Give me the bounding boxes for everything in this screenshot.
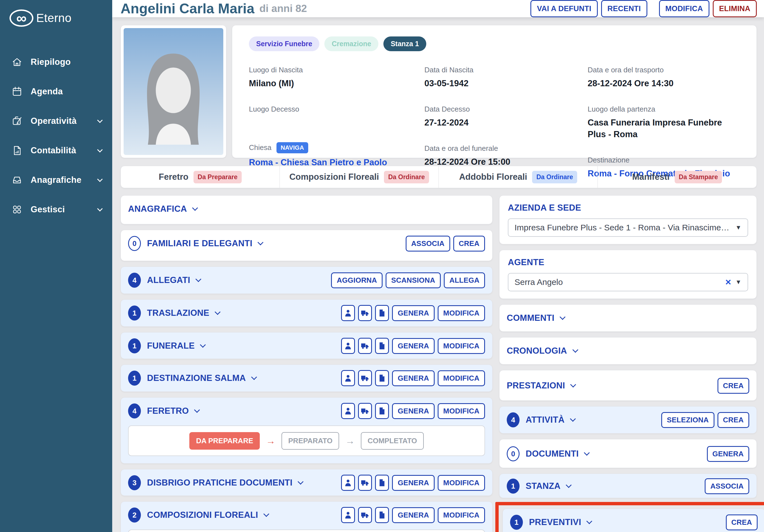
chevron-down-icon[interactable] — [192, 205, 198, 210]
sidebar-item-gestisci[interactable]: Gestisci — [9, 196, 103, 223]
person-icon-button[interactable] — [341, 507, 355, 523]
caret-down-icon[interactable]: ▼ — [735, 224, 741, 231]
section-title[interactable]: FAMILIARI E DELEGANTI — [147, 238, 252, 248]
truck-icon-button[interactable] — [358, 475, 372, 491]
agente-select[interactable]: Serra Angelo ✕ ▼ — [508, 273, 748, 291]
workflow-step-da-preparare[interactable]: DA PREPARARE — [189, 432, 260, 450]
tab-manifesti[interactable]: Manifesti Da Stampare — [598, 166, 756, 188]
logo[interactable]: ∞ Eterno — [9, 9, 103, 27]
caret-down-icon[interactable]: ▼ — [735, 279, 741, 286]
chevron-down-icon[interactable] — [215, 309, 221, 315]
person-icon-button[interactable] — [341, 305, 355, 321]
crea-button[interactable]: CREA — [717, 378, 749, 394]
chevron-down-icon[interactable] — [194, 407, 200, 413]
chevron-down-icon[interactable] — [586, 518, 592, 524]
genera-button[interactable]: GENERA — [392, 370, 434, 386]
section-title[interactable]: STANZA — [526, 481, 560, 491]
chevron-down-icon[interactable] — [251, 374, 257, 380]
modifica-button[interactable]: MODIFICA — [438, 370, 485, 386]
sidebar-item-operativita[interactable]: Operatività — [9, 107, 103, 135]
section-title[interactable]: DESTINAZIONE SALMA — [147, 373, 246, 383]
status-badge[interactable]: Da Stampare — [674, 171, 722, 183]
file-icon-button[interactable] — [375, 507, 389, 523]
file-icon-button[interactable] — [375, 338, 389, 354]
truck-icon-button[interactable] — [358, 305, 372, 321]
associa-button[interactable]: ASSOCIA — [705, 478, 749, 494]
associa-button[interactable]: ASSOCIA — [406, 236, 450, 251]
tab-addobbi-floreali[interactable]: Addobbi Floreali Da Ordinare — [439, 166, 598, 188]
chevron-down-icon[interactable] — [264, 511, 269, 517]
sidebar-item-contabilita[interactable]: Contabilità — [9, 137, 103, 164]
section-title[interactable]: ALLEGATI — [147, 275, 190, 285]
chevron-down-icon[interactable] — [584, 450, 590, 456]
person-icon-button[interactable] — [341, 403, 355, 419]
chevron-down-icon[interactable] — [572, 347, 578, 352]
sidebar-item-agenda[interactable]: Agenda — [9, 78, 103, 105]
vai-a-defunti-button[interactable]: VAI A DEFUNTI — [530, 0, 598, 17]
truck-icon-button[interactable] — [358, 507, 372, 523]
section-title[interactable]: DOCUMENTI — [526, 449, 579, 459]
genera-button[interactable]: GENERA — [392, 403, 434, 419]
modifica-button[interactable]: MODIFICA — [438, 507, 485, 523]
section-title[interactable]: ATTIVITÀ — [526, 415, 565, 425]
modifica-button[interactable]: MODIFICA — [438, 403, 485, 419]
chevron-down-icon[interactable] — [258, 239, 264, 245]
section-title[interactable]: DISBRIGO PRATICHE DOCUMENTI — [147, 478, 292, 488]
recenti-button[interactable]: RECENTI — [601, 0, 647, 17]
chevron-down-icon[interactable] — [200, 342, 206, 347]
modifica-button[interactable]: MODIFICA — [438, 475, 485, 491]
modifica-button[interactable]: MODIFICA — [438, 338, 485, 354]
genera-button[interactable]: GENERA — [707, 446, 749, 462]
clear-x-icon[interactable]: ✕ — [725, 278, 731, 287]
tab-composizioni-floreali[interactable]: Composizioni Floreali Da Ordinare — [280, 166, 439, 188]
genera-button[interactable]: GENERA — [392, 338, 434, 354]
section-title[interactable]: COMPOSIZIONI FLOREALI — [147, 510, 258, 520]
person-icon-button[interactable] — [341, 475, 355, 491]
genera-button[interactable]: GENERA — [392, 507, 434, 523]
section-title[interactable]: ANAGRAFICA — [128, 204, 187, 214]
file-icon-button[interactable] — [375, 305, 389, 321]
sidebar-item-anagrafiche[interactable]: Anagrafiche — [9, 166, 103, 194]
file-icon-button[interactable] — [375, 370, 389, 386]
person-icon-button[interactable] — [341, 338, 355, 354]
workflow-step-completato[interactable]: COMPLETATO — [361, 432, 424, 450]
crea-button[interactable]: CREA — [453, 236, 485, 251]
crea-button[interactable]: CREA — [717, 412, 749, 428]
section-title[interactable]: PRESTAZIONI — [507, 381, 565, 391]
genera-button[interactable]: GENERA — [392, 475, 434, 491]
chevron-down-icon[interactable] — [570, 416, 576, 422]
file-icon-button[interactable] — [375, 475, 389, 491]
genera-button[interactable]: GENERA — [392, 305, 434, 321]
status-badge[interactable]: Da Preparare — [194, 171, 242, 183]
status-badge[interactable]: Da Ordinare — [532, 171, 577, 183]
chevron-down-icon[interactable] — [195, 276, 201, 282]
section-title[interactable]: FUNERALE — [147, 341, 195, 351]
tab-feretro[interactable]: Feretro Da Preparare — [121, 166, 280, 188]
chevron-down-icon[interactable] — [297, 478, 303, 484]
chevron-down-icon[interactable] — [570, 381, 576, 387]
truck-icon-button[interactable] — [358, 403, 372, 419]
aggiorna-button[interactable]: AGGIORNA — [331, 272, 383, 288]
modifica-button[interactable]: MODIFICA — [438, 305, 485, 321]
section-title[interactable]: CRONOLOGIA — [507, 346, 567, 356]
scansiona-button[interactable]: SCANSIONA — [386, 272, 441, 288]
chevron-down-icon[interactable] — [560, 314, 565, 320]
file-icon-button[interactable] — [375, 403, 389, 419]
section-title[interactable]: TRASLAZIONE — [147, 308, 209, 318]
seleziona-button[interactable]: SELEZIONA — [661, 412, 714, 428]
person-icon-button[interactable] — [341, 370, 355, 386]
crea-button[interactable]: CREA — [726, 514, 758, 530]
sidebar-item-riepilogo[interactable]: Riepilogo — [9, 49, 103, 76]
workflow-step-preparato[interactable]: PREPARATO — [282, 432, 339, 450]
truck-icon-button[interactable] — [358, 370, 372, 386]
chevron-down-icon[interactable] — [566, 482, 572, 488]
modifica-button[interactable]: MODIFICA — [659, 0, 709, 17]
section-title[interactable]: PREVENTIVI — [529, 517, 581, 527]
allega-button[interactable]: ALLEGA — [444, 272, 485, 288]
elimina-button[interactable]: ELIMINA — [713, 0, 757, 17]
section-title[interactable]: FERETRO — [147, 406, 189, 416]
naviga-button[interactable]: NAVIGA — [277, 142, 308, 153]
truck-icon-button[interactable] — [358, 338, 372, 354]
section-title[interactable]: COMMENTI — [507, 313, 554, 323]
status-badge[interactable]: Da Ordinare — [384, 171, 429, 183]
